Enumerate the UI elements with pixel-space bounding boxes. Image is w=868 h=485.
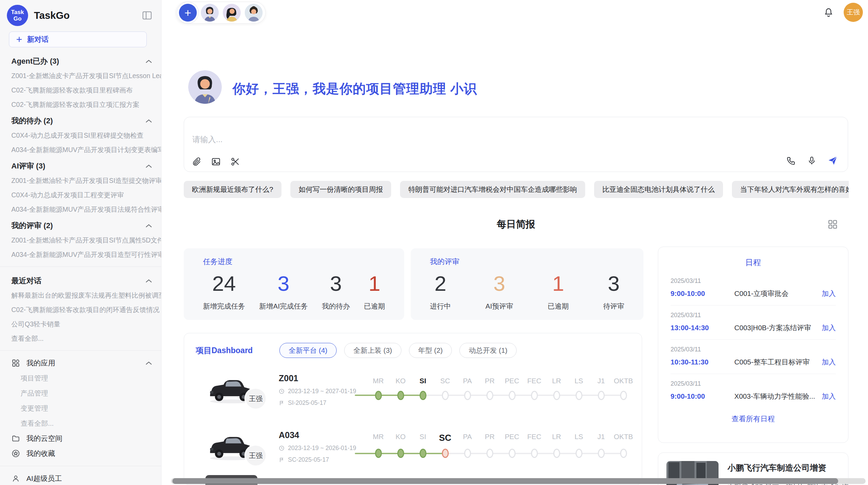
sidebar-item[interactable]: Z001-全新燃油轻卡产品开发项目SI造型提交物评审	[0, 173, 161, 188]
sidebar-item[interactable]: Z001-全新燃油皮卡产品开发项目SI节点Lesson Learn报告	[0, 69, 161, 83]
schedule-time: 9:00-10:00	[671, 289, 734, 298]
milestone-node	[486, 449, 493, 458]
sidebar-item[interactable]: Z001-全新燃油轻卡产品开发项目SI节点属性5D文件评审	[0, 233, 161, 247]
apps-icon	[11, 359, 20, 368]
project-dashboard-card: 项目Dashboard 全新平台 (4) 全新上装 (3) 年型 (2) 动总开…	[184, 333, 642, 485]
suggestion-chip[interactable]: 当下年轻人对汽车外观有怎样的喜好趋势	[732, 181, 849, 198]
milestone-node	[509, 391, 516, 400]
chat-input[interactable]	[192, 135, 672, 144]
person-icon	[11, 474, 20, 483]
mic-icon	[807, 156, 817, 166]
attach-file-button[interactable]	[192, 157, 202, 167]
tab-new-body[interactable]: 全新上装 (3)	[344, 343, 401, 358]
user-avatar[interactable]: 王强	[844, 3, 863, 22]
stat-my-todo: 3 我的待办	[322, 271, 350, 311]
chat-composer	[184, 117, 848, 172]
schedule-item: 2025/03/11 10:30-11:30 C005-整车工程目标评审 加入	[671, 340, 836, 374]
suggestion-chip[interactable]: 如何写一份清晰的项目周报	[290, 181, 391, 198]
suggestion-chip[interactable]: 特朗普可能对进口汽车增税会对中国车企造成哪些影响	[400, 181, 585, 198]
join-button[interactable]: 加入	[822, 357, 836, 367]
milestone-node	[464, 449, 471, 458]
milestone-node	[464, 391, 471, 400]
notifications-button[interactable]	[823, 7, 834, 18]
voice-call-button[interactable]	[786, 156, 796, 166]
schedule-name: C003|H0B-方案冻结评审	[734, 323, 822, 333]
divider	[0, 350, 161, 351]
section-agent-done[interactable]: Agent已办 (3)	[0, 52, 161, 69]
send-button[interactable]	[827, 155, 838, 166]
tab-new-platform[interactable]: 全新平台 (4)	[279, 343, 337, 358]
schedule-time: 10:30-11:30	[671, 358, 734, 366]
milestone-timeline: MRKOSISCPAPRPECFECLRLSJ1OKTB	[367, 377, 635, 403]
sidebar-item-ai-staff[interactable]: AI超级员工	[0, 471, 161, 485]
join-button[interactable]: 加入	[822, 289, 836, 298]
app-item-project-mgmt[interactable]: 项目管理	[0, 371, 161, 386]
app-item-change-mgmt[interactable]: 变更管理	[0, 401, 161, 416]
view-all-chats-link[interactable]: 查看全部...	[0, 331, 161, 346]
sidebar-item[interactable]: C0X4-动力总成开发项目SI里程碑提交物检查	[0, 128, 161, 142]
sidebar-item[interactable]: A034-全新新能源MUV产品开发项目造型可行性评审	[0, 247, 161, 262]
chevron-up-icon	[145, 279, 152, 283]
sidebar-item[interactable]: A034-全新新能源MUV产品开发项目法规符合性评审	[0, 202, 161, 216]
new-agent-button[interactable]: +	[179, 4, 197, 22]
project-next-milestone: SI-2025-05-17	[288, 399, 326, 407]
recent-chat-item[interactable]: 公司Q3轻卡销量	[0, 317, 161, 331]
agent-avatar-1[interactable]	[201, 4, 219, 22]
sidebar-item-cloud-space[interactable]: 我的云空间	[0, 431, 161, 446]
agent-avatar-2[interactable]	[223, 4, 241, 22]
task-progress-card: 任务进度 24 新增完成任务 3 新增AI完成任务 3 我的待办 1 已逾期	[184, 248, 404, 320]
join-button[interactable]: 加入	[822, 323, 836, 333]
insert-image-button[interactable]	[211, 157, 221, 167]
schedule-name: X003-车辆动力学性能验...	[734, 391, 822, 401]
milestone-node	[442, 391, 449, 400]
mic-button[interactable]	[807, 156, 817, 166]
milestone-timeline: MRKOSISCPAPRPECFECLRLSJ1OKTB	[367, 433, 635, 461]
section-recent-chats[interactable]: 最近对话	[0, 272, 161, 288]
horizontal-scrollbar-thumb[interactable]	[172, 478, 838, 484]
section-my-review[interactable]: 我的评审 (2)	[0, 216, 161, 233]
agent-avatar-3[interactable]	[245, 4, 263, 22]
join-button[interactable]: 加入	[822, 391, 836, 401]
schedule-item: 2025/03/11 13:00-14:30 C003|H0B-方案冻结评审 加…	[671, 306, 836, 340]
suggestion-chip[interactable]: 比亚迪全固态电池计划具体说了什么	[594, 181, 723, 198]
sidebar-item[interactable]: A034-全新新能源MUV产品开发项目计划变更表编写	[0, 142, 161, 157]
project-row[interactable]: 王强 A034 2023-12-19 ~ 2026-01-19 SC-2025-…	[184, 418, 642, 475]
sidebar-item[interactable]: C02-飞腾新能源轻客改款项目立项汇报方案	[0, 97, 161, 112]
section-title: 最近对话	[11, 276, 145, 286]
sidebar-item-label: 我的云空间	[26, 434, 152, 443]
chevron-up-icon	[145, 361, 152, 365]
send-icon	[827, 155, 838, 166]
milestone-node-done	[375, 449, 382, 458]
briefing-header: 每日简报	[184, 218, 848, 231]
sidebar-item-my-apps[interactable]: 我的应用	[0, 356, 161, 371]
tab-model-year[interactable]: 年型 (2)	[409, 343, 452, 358]
card-title: 任务进度	[203, 257, 385, 266]
project-row[interactable]: 王强 Z001 2023-12-19 ~ 2027-01-19 SI-2025-…	[184, 361, 642, 418]
view-all-schedule-link[interactable]: 查看所有日程	[671, 414, 836, 424]
sidebar-item[interactable]: C02-飞腾新能源轻客改款项目里程碑画布	[0, 83, 161, 97]
sidebar-collapse-button[interactable]	[140, 8, 154, 23]
screenshot-button[interactable]	[230, 157, 240, 167]
new-chat-button[interactable]: 新对话	[9, 32, 147, 47]
app-item-product-mgmt[interactable]: 产品管理	[0, 386, 161, 401]
sidebar-item-label: AI超级员工	[26, 474, 152, 483]
chevron-up-icon	[145, 59, 152, 63]
tab-powertrain[interactable]: 动总开发 (1)	[459, 343, 517, 358]
section-ai-review[interactable]: AI评审 (3)	[0, 157, 161, 173]
sidebar-item-favorites[interactable]: 我的收藏	[0, 446, 161, 461]
view-all-apps-link[interactable]: 查看全部...	[0, 416, 161, 431]
section-my-todo[interactable]: 我的待办 (2)	[0, 112, 161, 128]
paperclip-icon	[192, 157, 202, 167]
sidebar-collapse-icon	[141, 10, 153, 21]
new-chat-label: 新对话	[27, 35, 49, 44]
schedule-time: 9:00-10:00	[671, 392, 734, 400]
sidebar-scroll-area: Agent已办 (3) Z001-全新燃油皮卡产品开发项目SI节点Lesson …	[0, 52, 161, 485]
layout-toggle-button[interactable]	[827, 219, 839, 230]
sidebar-item[interactable]: C0X4-动力总成开发项目工程变更评审	[0, 188, 161, 202]
flag-icon	[279, 457, 285, 463]
recent-chat-item[interactable]: 解释最新出台的欧盟报废车法规再生塑料比例被调至15%...	[0, 288, 161, 302]
phone-icon	[786, 156, 796, 166]
recent-chat-item[interactable]: C02-飞腾新能源轻客改款项目的闭环通告反馈情况	[0, 302, 161, 317]
section-title: 我的待办 (2)	[11, 116, 145, 126]
suggestion-chip[interactable]: 欧洲新规最近颁布了什么?	[184, 181, 281, 198]
